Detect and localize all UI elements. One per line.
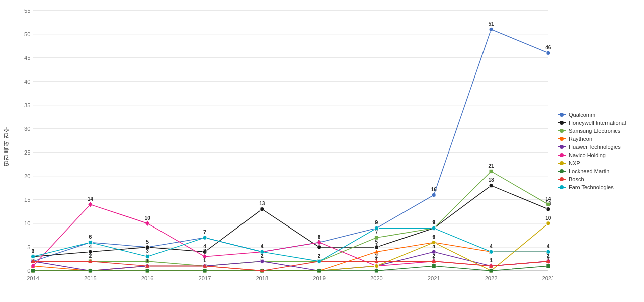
svg-text:14: 14 — [88, 196, 94, 202]
svg-point-64 — [317, 245, 321, 249]
svg-text:2014: 2014 — [27, 275, 39, 281]
svg-text:10: 10 — [545, 215, 551, 221]
svg-text:10: 10 — [24, 220, 30, 226]
svg-text:4: 4 — [261, 244, 264, 249]
svg-text:4: 4 — [375, 244, 378, 249]
chart-container: 연간 특허 건수 0510152025303540455055201420152… — [0, 0, 644, 302]
svg-point-157 — [432, 240, 436, 244]
svg-text:13: 13 — [259, 201, 265, 206]
svg-point-48 — [432, 193, 436, 197]
svg-marker-133 — [145, 221, 149, 226]
legend-item: Bosch — [558, 176, 644, 182]
svg-rect-169 — [432, 264, 436, 268]
legend-label: Honeywell International — [569, 120, 626, 126]
y-axis-label: 연간 특허 건수 — [0, 0, 13, 302]
svg-text:1: 1 — [490, 258, 493, 263]
svg-text:2: 2 — [375, 253, 378, 259]
svg-text:4: 4 — [547, 244, 550, 249]
svg-point-195 — [88, 240, 92, 244]
svg-point-201 — [260, 250, 264, 254]
svg-text:2021: 2021 — [428, 275, 440, 281]
svg-point-209 — [489, 250, 493, 254]
svg-text:2: 2 — [432, 253, 435, 259]
legend-label: Faro Technologies — [569, 184, 614, 190]
svg-rect-163 — [89, 269, 92, 272]
svg-point-193 — [31, 255, 35, 259]
svg-text:40: 40 — [24, 79, 30, 85]
svg-point-203 — [317, 259, 321, 263]
svg-text:6: 6 — [318, 234, 321, 240]
svg-text:14: 14 — [545, 196, 551, 202]
legend-item: Raytheon — [558, 136, 644, 142]
svg-text:4: 4 — [490, 244, 493, 249]
svg-text:16: 16 — [431, 187, 437, 192]
svg-point-62 — [260, 207, 264, 211]
svg-text:3: 3 — [32, 248, 35, 254]
svg-text:1: 1 — [203, 258, 206, 263]
svg-text:9: 9 — [432, 220, 435, 225]
legend-label: Huawei Technologies — [569, 144, 621, 150]
svg-text:3: 3 — [146, 248, 149, 254]
svg-text:2: 2 — [318, 253, 321, 259]
svg-rect-171 — [489, 269, 493, 272]
legend-label: NXP — [569, 160, 580, 166]
svg-rect-168 — [375, 269, 378, 272]
svg-text:2017: 2017 — [199, 275, 211, 281]
svg-text:45: 45 — [24, 55, 30, 61]
svg-text:10: 10 — [145, 215, 151, 221]
svg-text:0: 0 — [27, 268, 30, 274]
svg-text:6: 6 — [89, 234, 92, 240]
svg-text:7: 7 — [203, 230, 206, 235]
svg-point-50 — [489, 27, 493, 31]
svg-rect-92 — [546, 203, 550, 206]
svg-rect-162 — [31, 269, 35, 272]
legend-item: Lockheed Martin — [558, 168, 644, 174]
legend-label: Bosch — [569, 176, 584, 182]
svg-rect-164 — [146, 269, 149, 272]
svg-text:2016: 2016 — [141, 275, 154, 281]
svg-text:50: 50 — [24, 31, 30, 37]
svg-text:35: 35 — [24, 102, 30, 108]
svg-text:15: 15 — [24, 197, 30, 203]
chart-area: 0510152025303540455055201420152016201720… — [13, 0, 553, 302]
svg-rect-167 — [317, 269, 321, 272]
svg-point-205 — [374, 226, 378, 230]
svg-text:55: 55 — [24, 8, 30, 14]
legend-label: Raytheon — [569, 136, 592, 142]
chart-legend: QualcommHoneywell InternationalSamsung E… — [553, 0, 644, 302]
svg-text:20: 20 — [24, 173, 30, 179]
svg-text:25: 25 — [24, 149, 30, 156]
svg-point-72 — [546, 207, 550, 211]
svg-rect-172 — [546, 264, 550, 268]
svg-rect-165 — [203, 269, 206, 272]
svg-text:51: 51 — [488, 21, 494, 27]
svg-point-207 — [432, 226, 436, 230]
legend-item: Samsung Electronics — [558, 128, 644, 134]
svg-text:2020: 2020 — [370, 275, 383, 281]
svg-rect-86 — [375, 236, 378, 239]
svg-point-118 — [260, 259, 264, 263]
legend-label: Samsung Electronics — [569, 128, 620, 134]
svg-text:9: 9 — [375, 220, 378, 225]
svg-text:3: 3 — [203, 248, 206, 254]
svg-text:2023: 2023 — [542, 275, 553, 281]
svg-text:18: 18 — [488, 177, 494, 183]
legend-item: Navico Holding — [558, 152, 644, 158]
svg-text:2: 2 — [89, 253, 92, 259]
svg-text:6: 6 — [432, 234, 435, 240]
svg-point-155 — [374, 264, 378, 268]
svg-text:5: 5 — [27, 244, 30, 250]
svg-text:30: 30 — [24, 126, 30, 132]
svg-text:21: 21 — [488, 163, 494, 169]
svg-text:2015: 2015 — [84, 275, 97, 281]
svg-text:46: 46 — [545, 45, 551, 50]
svg-text:2018: 2018 — [256, 275, 268, 281]
svg-point-70 — [489, 184, 493, 188]
svg-point-211 — [546, 250, 550, 254]
svg-text:2022: 2022 — [485, 275, 498, 281]
svg-rect-90 — [489, 170, 493, 173]
legend-item: NXP — [558, 160, 644, 166]
legend-item: Honeywell International — [558, 120, 644, 126]
legend-label: Lockheed Martin — [569, 168, 609, 174]
svg-point-52 — [546, 51, 550, 55]
